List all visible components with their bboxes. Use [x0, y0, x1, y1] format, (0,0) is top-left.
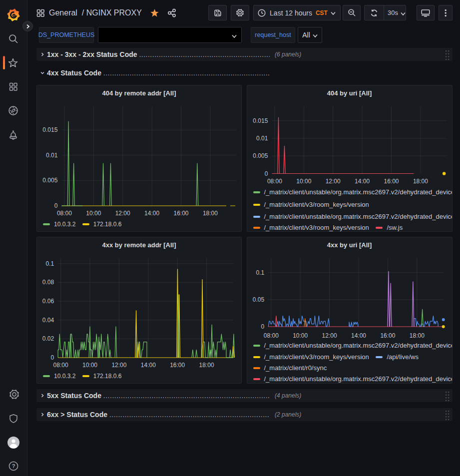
svg-text:0.01: 0.01 [46, 152, 58, 159]
svg-text:0: 0 [54, 202, 58, 209]
svg-text:10:00: 10:00 [82, 362, 97, 369]
svg-text:10:00: 10:00 [293, 332, 308, 339]
svg-text:0.08: 0.08 [42, 279, 54, 286]
svg-text:18:00: 18:00 [199, 362, 214, 369]
svg-text:12:00: 12:00 [322, 332, 337, 339]
svg-text:12:00: 12:00 [115, 210, 130, 217]
svg-text:18:00: 18:00 [413, 178, 428, 185]
svg-text:0.04: 0.04 [42, 317, 54, 324]
svg-text:0.015: 0.015 [42, 126, 57, 133]
svg-text:16:00: 16:00 [380, 332, 395, 339]
svg-text:?: ? [12, 463, 15, 469]
svg-text:08:00: 08:00 [267, 178, 282, 185]
svg-text:0.015: 0.015 [253, 117, 268, 124]
svg-text:0.02: 0.02 [42, 335, 54, 342]
svg-text:08:00: 08:00 [57, 210, 72, 217]
svg-text:12:00: 12:00 [111, 362, 126, 369]
svg-text:0.1: 0.1 [45, 260, 54, 267]
svg-text:18:00: 18:00 [409, 332, 424, 339]
svg-text:14:00: 14:00 [141, 362, 156, 369]
svg-text:0.05: 0.05 [252, 296, 264, 303]
svg-text:10:00: 10:00 [296, 178, 311, 185]
svg-text:14:00: 14:00 [351, 332, 366, 339]
svg-text:12:00: 12:00 [325, 178, 340, 185]
svg-text:10:00: 10:00 [86, 210, 101, 217]
svg-text:0: 0 [264, 170, 268, 177]
svg-text:18:00: 18:00 [203, 210, 218, 217]
svg-text:08:00: 08:00 [53, 362, 68, 369]
svg-text:0.01: 0.01 [256, 135, 268, 142]
svg-text:0.005: 0.005 [42, 177, 57, 184]
svg-text:0: 0 [261, 323, 264, 330]
svg-text:14:00: 14:00 [355, 178, 370, 185]
svg-text:0: 0 [50, 354, 54, 361]
svg-text:16:00: 16:00 [170, 362, 185, 369]
svg-text:0.005: 0.005 [253, 152, 268, 159]
svg-text:08:00: 08:00 [263, 332, 278, 339]
svg-text:16:00: 16:00 [384, 178, 399, 185]
svg-text:14:00: 14:00 [144, 210, 159, 217]
svg-text:0.1: 0.1 [256, 269, 264, 276]
svg-text:16:00: 16:00 [173, 210, 188, 217]
svg-text:0.06: 0.06 [42, 298, 54, 305]
